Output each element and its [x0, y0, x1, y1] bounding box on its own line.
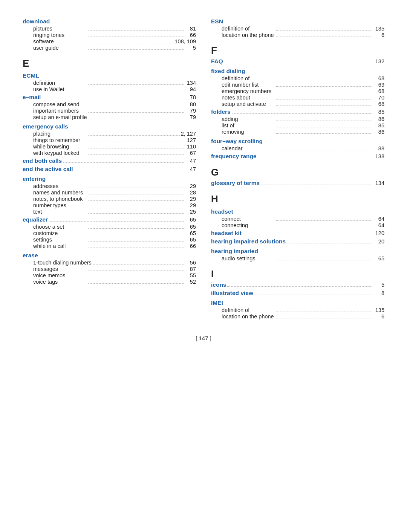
page-num: 25 [185, 209, 196, 215]
entry-label: choose a set [23, 224, 87, 230]
fixed-dialing-header: fixed dialing [211, 68, 384, 75]
page-num: 68 [373, 88, 384, 94]
letter-i: I [211, 268, 384, 280]
page-num: 86 [373, 129, 384, 135]
page-num: 68 [373, 101, 384, 107]
hearing-imparied-header: hearing imparied [211, 248, 384, 255]
folders-header: folders [211, 109, 231, 115]
entry-label: while in a call [23, 243, 87, 249]
dots [261, 185, 372, 185]
entry-label: pictures [23, 26, 87, 32]
dots [88, 119, 184, 119]
dots [88, 106, 184, 106]
list-item: with keypad locked 67 [23, 150, 196, 156]
page-num: 52 [185, 279, 196, 285]
glossary-header-row: glossary of terms 134 [211, 180, 384, 187]
page-num: 78 [185, 94, 196, 100]
dots [276, 260, 372, 260]
dots [224, 63, 372, 63]
page-num: 134 [373, 180, 384, 186]
dots [63, 162, 184, 163]
headset-kit-header: headset kit [211, 230, 242, 237]
list-item: audio settings 65 [211, 255, 384, 261]
entry-label: adding [211, 116, 275, 122]
list-item: setup an e-mail profile 79 [23, 114, 196, 120]
list-item: definition 134 [23, 80, 196, 86]
hearing-impaired-solutions-row: hearing impaired solutions 20 [211, 238, 384, 245]
page-num: 47 [185, 166, 196, 172]
equalizer-section: equalizer 65 choose a set 65 customize 6… [23, 216, 196, 249]
page-num: 85 [373, 122, 384, 128]
list-item: customize 65 [23, 230, 196, 236]
dots [74, 171, 184, 171]
four-way-scrolling-header: four–way scrolling [211, 138, 384, 145]
dots [227, 286, 372, 287]
list-item: voice tags 52 [23, 279, 196, 285]
page-num: 5 [185, 45, 196, 51]
entry-label: definition [23, 80, 87, 86]
dots [88, 30, 184, 31]
entry-label: number types [23, 202, 87, 208]
dots [287, 243, 372, 243]
page-num: 47 [185, 158, 196, 164]
dots [276, 318, 372, 318]
dots [88, 49, 184, 50]
list-item: definition of 68 [211, 75, 384, 81]
entry-label: ringing tones [23, 32, 87, 38]
page-num: 65 [185, 224, 196, 230]
page-num: 85 [373, 109, 384, 115]
entry-label: list of [211, 122, 275, 128]
page-num: 79 [185, 108, 196, 114]
letter-e: E [23, 58, 196, 69]
page-container: download pictures 81 ringing tones 66 so… [23, 15, 384, 320]
dots [88, 228, 184, 229]
end-active-call-header: end the active call [23, 166, 73, 173]
page-num: 65 [185, 230, 196, 236]
dots [88, 142, 184, 142]
list-item: edit number list 69 [211, 82, 384, 88]
page-num: 64 [373, 216, 384, 222]
dots [276, 121, 372, 121]
list-item: software 108, 109 [23, 38, 196, 44]
ecml-header: ECML [23, 72, 196, 79]
hearing-impaired-solutions-header: hearing impaired solutions [211, 238, 286, 245]
page-num: 2, 127 [181, 131, 196, 137]
dots [276, 30, 372, 31]
headset-header: headset [211, 208, 384, 215]
list-item: location on the phone 6 [211, 32, 384, 38]
dots [88, 37, 184, 37]
list-item: location on the phone 6 [211, 313, 384, 320]
entry-label: customize [23, 230, 87, 236]
esn-section: ESN definition of 135 location on the ph… [211, 18, 384, 38]
dots [276, 105, 372, 106]
letter-f: F [211, 45, 384, 57]
page-num: 64 [373, 222, 384, 228]
entering-section: entering addresses 29 names and numbers … [23, 176, 196, 215]
dots [88, 194, 184, 194]
entry-label: notes, to phonebook [23, 196, 87, 202]
headset-kit-section: headset kit 120 [211, 230, 384, 237]
four-way-scrolling-section: four–way scrolling calendar 88 [211, 138, 384, 151]
entry-label: user guide [23, 45, 87, 51]
dots [88, 271, 184, 271]
page-num: 138 [373, 153, 384, 159]
page-num: 28 [185, 190, 196, 196]
dots [254, 295, 372, 295]
entry-label: removing [211, 129, 275, 135]
page-footer: [ 147 ] [23, 335, 384, 341]
page-num: 132 [373, 58, 384, 64]
page-num: 6 [373, 313, 384, 320]
page-num: 8 [373, 290, 384, 296]
equalizer-header: equalizer [23, 216, 48, 223]
page-num: 20 [373, 238, 384, 245]
page-num: 135 [373, 26, 384, 32]
entry-label: definition of [211, 26, 275, 32]
imei-header: IMEI [211, 300, 384, 306]
list-item: emergency numbers 68 [211, 88, 384, 94]
erase-section: erase 1-touch dialing numbers 56 message… [23, 252, 196, 285]
entry-label: voice memos [23, 272, 87, 278]
entry-label: things to remember [23, 137, 87, 143]
list-item: messages 87 [23, 266, 196, 272]
entry-label: messages [23, 266, 87, 272]
page-num: 110 [185, 144, 196, 150]
